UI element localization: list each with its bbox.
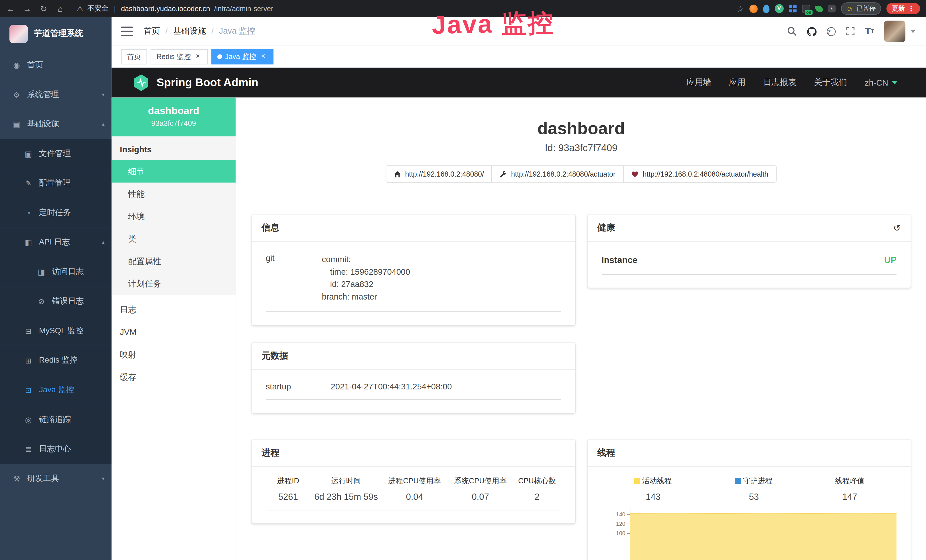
heartbeat-icon [631, 170, 639, 177]
sidebar-item-file[interactable]: ▣ 文件管理 [0, 139, 112, 169]
process-card-title: 进程 [251, 440, 575, 467]
sba-item-metrics[interactable]: 性能 [112, 183, 236, 205]
sidebar-item-label: 配置管理 [39, 178, 71, 188]
sidebar-item-label: Redis 监控 [39, 355, 77, 366]
legend-peak-value: 147 [803, 492, 897, 501]
kebab-menu-icon[interactable]: ⋮ [908, 5, 915, 13]
info-git-label: git [266, 253, 322, 303]
extension-icon-drop[interactable] [763, 5, 769, 13]
sidebar-item-job[interactable]: ◔ 定时任务 [0, 198, 112, 228]
bookmark-star-icon[interactable]: ☆ [737, 4, 744, 13]
extension-icon-grid[interactable] [789, 5, 796, 12]
avatar-caret-icon[interactable] [911, 30, 915, 33]
sidebar-item-java-monitor[interactable]: ⊡ Java 监控 [0, 375, 112, 405]
extension-icon-leaf[interactable] [814, 4, 823, 13]
link-url: http://192.168.0.2:48080/ [405, 170, 484, 178]
reload-icon[interactable]: ↻ [39, 4, 48, 13]
app-logo [9, 24, 28, 43]
sidebar-item-api-log[interactable]: ◧ API 日志 ▴ [0, 227, 112, 257]
sba-nav-wallboard[interactable]: 应用墙 [687, 77, 711, 88]
extension-icon-vue[interactable]: V [775, 4, 784, 13]
sidebar-item-devtool[interactable]: ⚒ 研发工具 ▾ [0, 464, 112, 493]
locale-selector[interactable]: zh-CN [865, 78, 897, 87]
instance-link-health[interactable]: http://192.168.0.2:48080/actuator/health [623, 165, 776, 183]
close-icon[interactable]: × [259, 53, 267, 61]
topbar-icons: ? TT [787, 21, 915, 42]
sba-item-details[interactable]: 细节 [112, 160, 236, 183]
locale-label: zh-CN [865, 78, 888, 87]
sidebar-item-redis[interactable]: ⊞ Redis 监控 [0, 345, 112, 375]
info-card-title: 信息 [251, 215, 575, 242]
sba-item-logs[interactable]: 日志 [112, 298, 236, 321]
search-icon[interactable] [787, 27, 796, 36]
fullscreen-icon[interactable] [846, 27, 855, 36]
instance-link-actuator[interactable]: http://192.168.0.2:48080/actuator [492, 165, 624, 183]
help-icon[interactable]: ? [827, 27, 835, 36]
sidebar-item-system[interactable]: ⚙ 系统管理 ▾ [0, 80, 112, 109]
sidebar-item-trace[interactable]: ◎ 链路追踪 [0, 404, 112, 434]
update-label: 更新 [892, 4, 905, 13]
sba-item-scheduled[interactable]: 计划任务 [112, 272, 236, 295]
sba-item-caches[interactable]: 缓存 [112, 366, 236, 388]
sidebar-item-label: 首页 [27, 60, 43, 70]
chevron-down-icon: ▾ [102, 92, 104, 98]
sba-nav-journal[interactable]: 日志报表 [763, 77, 796, 88]
health-instance-row[interactable]: Instance UP [601, 244, 896, 275]
extension-icon-orange[interactable] [749, 5, 758, 13]
sba-item-jvm[interactable]: JVM [112, 321, 236, 343]
font-size-icon[interactable]: TT [865, 26, 874, 36]
instance-header[interactable]: dashboard 93a3fc7f7409 [112, 98, 236, 137]
sidebar-item-label: 错误日志 [52, 296, 84, 306]
redis-icon: ⊞ [24, 356, 33, 365]
sidebar-item-label: 研发工具 [27, 473, 59, 484]
active-dot [217, 54, 222, 59]
sba-brand[interactable]: Spring Boot Admin [133, 74, 259, 92]
tag-home[interactable]: 首页 [121, 49, 147, 65]
process-value: 5261 [266, 492, 310, 501]
github-icon[interactable] [806, 26, 817, 36]
sidebar-item-log-center[interactable]: ≣ 日志中心 [0, 434, 112, 464]
sidebar-item-access-log[interactable]: ◨ 访问日志 [0, 257, 112, 287]
instance-link-home[interactable]: http://192.168.0.2:48080/ [386, 165, 492, 183]
sidebar-item-label: 日志中心 [39, 443, 71, 454]
smiley-icon: ☺ [846, 5, 853, 13]
paused-badge[interactable]: ☺ 已暂停 [841, 2, 881, 15]
sidebar-item-home[interactable]: ◉ 首页 [0, 50, 112, 80]
hamburger-icon[interactable] [121, 27, 133, 36]
sidebar-item-config[interactable]: ✎ 配置管理 [0, 168, 112, 198]
address-bar[interactable]: ⚠ 不安全 | dashboard.yudao.iocoder.cn/infra… [77, 3, 729, 14]
tag-redis-monitor[interactable]: Redis 监控 × [151, 49, 208, 65]
trace-icon: ◎ [24, 415, 33, 424]
sba-item-configprops[interactable]: 配置属性 [112, 250, 236, 272]
error-log-icon: ⊘ [36, 297, 46, 306]
status-badge: UP [884, 255, 896, 265]
extension-icon-tampermonkey[interactable]: on [802, 5, 810, 13]
app-title: 芋道管理系统 [34, 28, 83, 39]
history-icon[interactable]: ↺ [893, 222, 900, 233]
browser-update-button[interactable]: 更新 ⋮ [887, 3, 920, 14]
user-avatar[interactable] [884, 21, 905, 42]
security-label: 不安全 [87, 3, 109, 14]
sba-item-mappings[interactable]: 映射 [112, 343, 236, 366]
sidebar-item-mysql[interactable]: ⊟ MySQL 监控 [0, 316, 112, 346]
close-icon[interactable]: × [194, 53, 202, 61]
sba-item-env[interactable]: 环境 [112, 205, 236, 228]
sidebar-item-error-log[interactable]: ⊘ 错误日志 [0, 286, 112, 316]
sba-item-classes[interactable]: 类 [112, 227, 236, 250]
sba-nav-about[interactable]: 关于我们 [814, 77, 847, 88]
app-logo-row[interactable]: 芋道管理系统 [0, 17, 112, 50]
link-url: http://192.168.0.2:48080/actuator/health [643, 170, 768, 178]
tag-java-monitor[interactable]: Java 监控 × [211, 49, 273, 65]
sidebar-item-infra[interactable]: ▦ 基础设施 ▴ [0, 109, 112, 139]
breadcrumb-infra[interactable]: 基础设施 [173, 26, 206, 36]
legend-daemon-label: 守护进程 [705, 476, 803, 486]
info-card: 信息 git commit: time: 1596289704000 [251, 215, 575, 325]
sidebar-item-label: 基础设施 [27, 119, 59, 129]
breadcrumb-home[interactable]: 首页 [144, 26, 160, 36]
home-icon[interactable]: ⌂ [56, 4, 65, 13]
extension-icon-dark[interactable]: ▲ [828, 5, 835, 12]
process-header: 进程CPU使用率 [381, 476, 448, 486]
back-icon[interactable]: ← [6, 4, 15, 13]
forward-icon[interactable]: → [23, 4, 32, 13]
sba-nav-applications[interactable]: 应用 [729, 77, 746, 88]
